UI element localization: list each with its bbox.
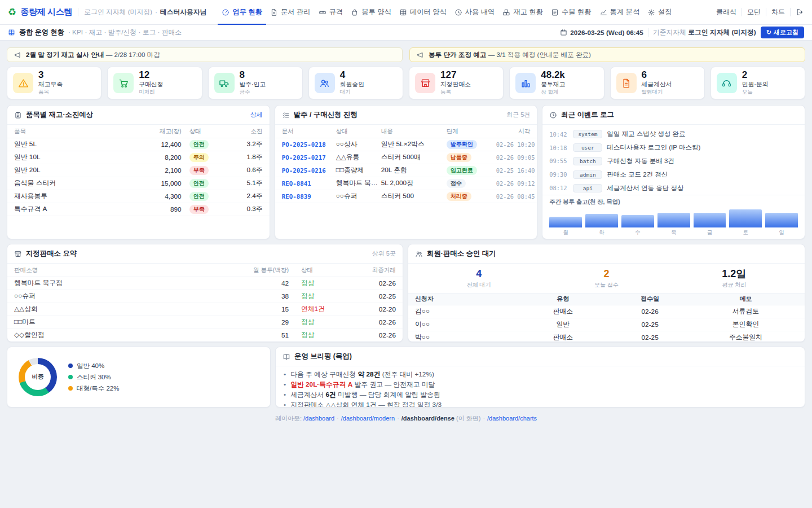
mode-modern-link[interactable]: 모던: [747, 7, 761, 17]
table-row: 이○○일반02-25본인확인: [408, 318, 805, 331]
ledger-icon: [551, 8, 559, 16]
seller-status: 정상: [301, 331, 315, 339]
applicant-name: 이○○: [415, 320, 519, 329]
order-time: 02-25 16:40: [496, 167, 535, 174]
weekly-bar-label: 수: [621, 229, 654, 237]
briefing-panel: 운영 브리핑 (목업) •다음 주 예상 구매신청 약 28건 (전주 대비 +…: [275, 347, 805, 408]
stat-avg-processing: 1.2일평균 처리: [670, 269, 798, 289]
order-desc: 스티커 500매: [381, 153, 447, 162]
main-nav: 업무 현황 문서 관리 규격 봉투 양식 데이터 양식 사용 내역 재고 현황 …: [218, 0, 710, 25]
bars-icon: [515, 73, 536, 93]
panel-header: 품목별 재고·소진예상 상세: [7, 106, 270, 125]
event-message: 일일 재고 스냅샷 생성 완료: [607, 130, 685, 138]
stock-weeks: 0.3주: [231, 205, 263, 214]
headset-icon: [717, 73, 737, 93]
boxes-icon: [502, 8, 510, 16]
nav-inventory-status[interactable]: 재고 현황: [498, 0, 547, 25]
megaphone-icon: [14, 51, 21, 59]
app-brand[interactable]: ♻ 종량제 시스템: [8, 7, 72, 17]
briefing-item: •지정판매소 △△상회 연체 1건 — 현장 점검 일정 3/3: [284, 400, 797, 408]
panel-title: 회원·판매소 승인 대기: [427, 249, 496, 259]
sellers-top-label: 상위 5곳: [372, 249, 396, 258]
table-icon: [399, 8, 407, 16]
stage-badge: 접수: [447, 179, 466, 188]
order-desc: 일반 5L×2박스: [381, 140, 447, 149]
refresh-button[interactable]: ↻ 새로고침: [761, 27, 804, 38]
announcement-banner: 봉투 단가 조정 예고 — 3/1 적용 예정 (안내문 배포 완료): [409, 47, 805, 62]
dashboard-grid-icon: [8, 29, 15, 36]
stock-qty: 12,400: [136, 141, 182, 148]
status-badge: 주의: [189, 153, 209, 162]
briefing-item: •세금계산서 6건 미발행 — 담당 회계에 알림 발송됨: [284, 389, 797, 400]
stock-detail-link[interactable]: 상세: [250, 111, 263, 119]
order-party: ○○상사: [336, 140, 381, 149]
stage-badge: 납품중: [447, 153, 471, 162]
event-log-body: 10:42system일일 재고 스냅샷 생성 완료 10:18user테스터사…: [542, 125, 805, 239]
order-doc-link[interactable]: PO-2025-0216: [282, 167, 336, 174]
seller-name: △△상회: [14, 305, 244, 314]
briefing-item: •일반 20L·특수규격 A 발주 권고 — 안전재고 미달: [284, 379, 797, 389]
status-badge: 부족: [189, 205, 209, 214]
stock-weeks: 3.2주: [231, 140, 263, 149]
footer-link-dashboard[interactable]: /dashboard: [303, 415, 334, 422]
footer-link-charts[interactable]: /dashboard/charts: [487, 415, 537, 422]
nav-specs[interactable]: 규격: [315, 0, 347, 25]
gear-icon: [647, 8, 655, 16]
event-time: 09:30: [549, 171, 568, 178]
seller-name: 행복마트 북구점: [14, 279, 244, 288]
kpi-bag-inventory: 48.2k봉투재고장 합계: [509, 67, 604, 99]
applicant-memo: 본인확인: [694, 320, 798, 329]
order-doc-link[interactable]: PO-2025-0218: [282, 141, 336, 148]
table-row: 특수규격 A890부족0.3주: [7, 203, 270, 216]
panel-header: 지정판매소 요약 상위 5곳: [7, 244, 403, 264]
list-check-icon: [282, 111, 290, 119]
logout-icon: [796, 8, 804, 16]
seller-name: ◇◇할인점: [14, 331, 244, 340]
nav-work-status[interactable]: 업무 현황: [218, 0, 266, 25]
weekly-bar: 목: [657, 213, 690, 237]
mode-classic-link[interactable]: 클래식: [716, 7, 736, 17]
approval-stats: 4전체 대기 2오늘 접수 1.2일평균 처리: [408, 264, 805, 293]
applicant-date: 02-26: [607, 308, 694, 316]
order-doc-link[interactable]: REQ-8839: [282, 193, 336, 200]
nav-document-mgmt[interactable]: 문서 관리: [266, 0, 315, 25]
store-icon: [415, 73, 435, 93]
panels-row-2: 지정판매소 요약 상위 5곳 판매소명 월 봉투(백장) 상태 최종거래 행복마…: [7, 244, 805, 342]
seller-monthly: 42: [244, 279, 289, 287]
footer-link-modern[interactable]: /dashboard/modern: [341, 415, 395, 422]
logout-button[interactable]: [796, 8, 804, 16]
event-tag: api: [573, 184, 602, 192]
panels-row-1: 품목별 재고·소진예상 상세 품목 재고(장) 상태 소진 일반 5L12,40…: [7, 105, 805, 239]
order-doc-link[interactable]: REQ-8841: [282, 180, 336, 187]
approvals-panel: 회원·판매소 승인 대기 4전체 대기 2오늘 접수 1.2일평균 처리 신청자…: [408, 244, 805, 342]
panel-title: 품목별 재고·소진예상: [26, 110, 93, 120]
nav-receipt-status[interactable]: 수불 현황: [547, 0, 595, 25]
weekly-bar: 일: [765, 213, 798, 237]
order-doc-link[interactable]: PO-2025-0217: [282, 154, 336, 161]
applicant-memo: 주소불일치: [694, 333, 798, 342]
nav-statistics[interactable]: 통계 분석: [595, 0, 644, 25]
mode-chart-link[interactable]: 차트: [771, 7, 785, 17]
weekly-bar: 금: [694, 213, 726, 237]
table-row: 행복마트 북구점42정상02-26: [7, 277, 403, 290]
stat-today-received: 2오늘 접수: [542, 269, 670, 289]
people-icon: [315, 73, 335, 93]
nav-data-forms[interactable]: 데이터 양식: [395, 0, 451, 25]
divider: [742, 8, 742, 16]
stock-weeks: 1.8주: [231, 153, 263, 162]
divider: [78, 8, 78, 16]
event-tag: admin: [573, 170, 602, 179]
kpi-purchase-requests: 12구매신청미처리: [107, 67, 202, 99]
weekly-chart-title: 주간 봉투 출고(천 장, 목업): [549, 198, 798, 206]
seller-last: 02-20: [356, 305, 396, 313]
legend-item: 대형/특수 22%: [68, 384, 119, 393]
nav-bag-forms[interactable]: 봉투 양식: [347, 0, 395, 25]
nav-settings[interactable]: 설정: [643, 0, 676, 25]
donut-center-label: 비중: [19, 358, 57, 396]
stock-qty: 8,200: [136, 154, 182, 161]
applicant-memo: 서류검토: [694, 307, 798, 316]
seller-monthly: 15: [244, 305, 289, 313]
nav-usage-history[interactable]: 사용 내역: [451, 0, 499, 25]
briefing-list: •다음 주 예상 구매신청 약 28건 (전주 대비 +12%) •일반 20L…: [276, 366, 805, 408]
mix-panel: 비중 일반 40% 스티커 30% 대형/특수 22%: [7, 347, 271, 408]
